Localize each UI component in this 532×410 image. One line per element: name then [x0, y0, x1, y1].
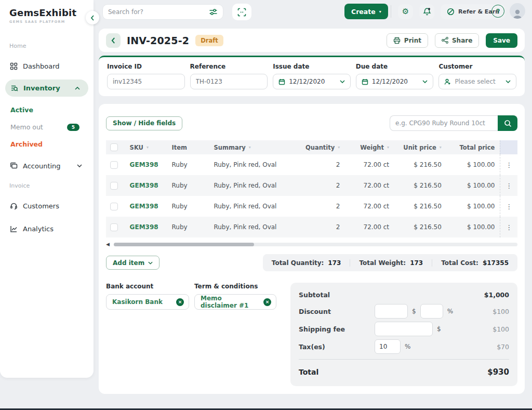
row-checkbox[interactable]: [110, 182, 118, 190]
issue-date-field: Issue date 12/12/2020: [273, 63, 351, 96]
brand-logo: GemsExhibit GEMS SAAS PLATFORM: [9, 7, 94, 24]
kebab-menu-icon[interactable]: ⋮: [506, 224, 512, 231]
kebab-menu-icon[interactable]: ⋮: [506, 162, 512, 168]
due-date-field: Due date 12/12/2020: [356, 63, 434, 96]
sidebar-item-customers[interactable]: Customers: [9, 202, 94, 210]
bank-account-chip[interactable]: Kasikorn Bank ×: [106, 294, 189, 310]
brand-name: GemsExhibit: [9, 7, 94, 18]
bank-account-group: Bank account Kasikorn Bank ×: [106, 283, 189, 310]
due-date-picker[interactable]: 12/12/2020: [356, 74, 434, 89]
quantity-cell: 2: [297, 154, 340, 175]
issue-date-value: 12/12/2020: [289, 78, 336, 85]
sku-link[interactable]: GEM398: [130, 182, 158, 189]
add-item-button[interactable]: Add item: [106, 256, 159, 270]
row-checkbox[interactable]: [110, 161, 118, 169]
sidebar-subitem-archived[interactable]: Archived: [9, 140, 94, 148]
kebab-menu-icon[interactable]: ⋮: [506, 203, 512, 210]
terms-label: Term & conditions: [194, 283, 276, 290]
column-header-summary[interactable]: Summary ▾: [214, 140, 297, 154]
memo-out-count-badge: 5: [67, 124, 79, 131]
scrollbar-thumb[interactable]: [114, 243, 254, 246]
kebab-menu-icon[interactable]: ⋮: [506, 182, 512, 189]
scan-button[interactable]: [232, 4, 251, 20]
sidebar-item-label: Dashboard: [23, 62, 60, 70]
issue-date-picker[interactable]: 12/12/2020: [273, 74, 351, 89]
discount-amount-input[interactable]: [375, 304, 408, 319]
column-header-unit-price[interactable]: Unit price ▾: [389, 140, 442, 154]
global-search-input[interactable]: [108, 8, 209, 16]
sidebar-section-invoice: Invoice: [9, 182, 94, 189]
scrollbar-track[interactable]: [114, 243, 517, 246]
sku-link[interactable]: GEM398: [130, 161, 158, 168]
settings-button[interactable]: ⚙: [398, 4, 413, 19]
save-button[interactable]: Save: [486, 33, 517, 48]
sidebar-item-analytics[interactable]: Analytics: [9, 224, 94, 233]
share-button[interactable]: Share: [435, 33, 479, 48]
column-header-total-price[interactable]: Total price: [442, 140, 495, 154]
shipping-row: Shipping fee $ $100: [299, 320, 509, 338]
shipping-fee-input[interactable]: [375, 322, 433, 336]
customer-select[interactable]: Please select: [438, 74, 516, 89]
chevron-down-icon: [77, 164, 82, 167]
summary-cell: Ruby, Pink red, Oval: [214, 196, 297, 217]
currency-symbol: $: [437, 325, 441, 333]
row-checkbox[interactable]: [110, 223, 118, 231]
sku-link[interactable]: GEM398: [130, 223, 158, 231]
row-checkbox[interactable]: [110, 203, 118, 210]
terms-chip[interactable]: Memo disclaimer #1 ×: [194, 294, 276, 310]
items-search-button[interactable]: [498, 115, 517, 131]
select-all-checkbox[interactable]: [110, 143, 118, 151]
discount-percent-input[interactable]: [420, 304, 443, 319]
reference-input[interactable]: [190, 74, 268, 89]
sidebar-item-dashboard[interactable]: Dashboard: [9, 62, 94, 70]
caret-down-icon: ▾: [379, 9, 381, 14]
create-button[interactable]: Create ▾: [344, 4, 388, 19]
global-search: [102, 4, 223, 20]
column-header-weight[interactable]: Weight ▾: [340, 140, 389, 154]
sku-link[interactable]: GEM398: [130, 203, 158, 210]
customers-icon: [9, 202, 18, 210]
invoice-id-input[interactable]: [107, 74, 185, 89]
table-row: GEM398 Ruby Ruby, Pink red, Oval 2 72.00…: [106, 154, 517, 175]
bank-account-value: Kasikorn Bank: [112, 298, 171, 306]
weight-cell: 72.00 ct: [340, 217, 389, 237]
column-header-item[interactable]: Item: [172, 140, 214, 154]
sidebar-subitem-memo-out[interactable]: Memo out 5: [9, 123, 94, 131]
print-button[interactable]: Print: [387, 33, 428, 48]
chevron-up-icon: [75, 87, 80, 90]
user-avatar[interactable]: [510, 3, 525, 19]
bank-account-label: Bank account: [106, 283, 189, 290]
table-body: GEM398 Ruby Ruby, Pink red, Oval 2 72.00…: [106, 154, 517, 237]
share-label: Share: [452, 37, 472, 44]
summary-divider: [299, 359, 509, 360]
item-cell: Ruby: [172, 196, 214, 217]
app-screen: GemsExhibit GEMS SAAS PLATFORM Home Dash…: [0, 0, 532, 410]
column-label: Summary: [214, 144, 245, 151]
help-button[interactable]: ?: [491, 5, 504, 18]
filter-sliders-icon[interactable]: [209, 8, 218, 16]
sidebar-item-inventory[interactable]: Inventory: [5, 80, 88, 97]
grand-total-label: Total: [299, 368, 318, 376]
items-search-input[interactable]: [390, 115, 498, 131]
sidebar-subitem-active[interactable]: Active: [9, 106, 94, 114]
close-icon[interactable]: ×: [176, 298, 184, 306]
tax-percent-input[interactable]: [375, 339, 401, 354]
sidebar-collapse-button[interactable]: [86, 11, 99, 24]
subtotal-label: Subtotal: [299, 291, 330, 299]
search-icon: [504, 120, 512, 127]
sidebar-item-accounting[interactable]: Accounting: [9, 162, 94, 170]
show-hide-fields-button[interactable]: Show / Hide fields: [106, 116, 182, 130]
column-label: Weight: [360, 144, 384, 151]
shipping-label: Shipping fee: [299, 325, 375, 333]
column-header-quantity[interactable]: Quantity ▾: [297, 140, 340, 154]
scroll-left-arrow-icon[interactable]: ◀: [106, 242, 110, 247]
sidebar-item-label: Customers: [23, 202, 59, 210]
close-icon[interactable]: ×: [263, 298, 271, 306]
subtotal-value: $1,000: [484, 291, 509, 299]
column-header-sku[interactable]: SKU ▾: [123, 140, 172, 154]
notifications-button[interactable]: [419, 4, 434, 19]
back-button[interactable]: [106, 33, 121, 48]
unit-price-cell: $ 216.50: [389, 175, 442, 196]
sort-icon: ▾: [147, 145, 149, 150]
summary-cell: Ruby, Pink red, Oval: [214, 154, 297, 175]
